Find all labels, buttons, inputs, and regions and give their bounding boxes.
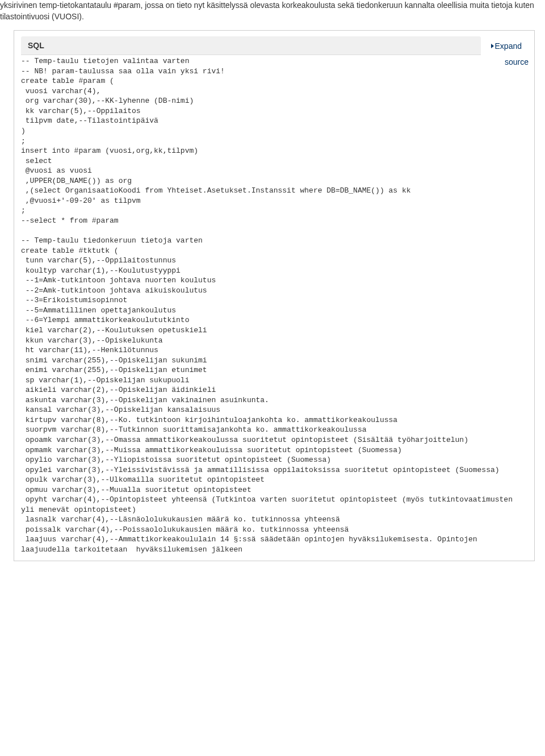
chevron-right-icon xyxy=(491,44,494,48)
sql-code-block: -- Temp-taulu tietojen valintaa varten -… xyxy=(14,55,534,560)
expand-button[interactable]: Expand xyxy=(481,37,527,55)
code-panel: SQL Expand source -- Temp-taulu tietojen… xyxy=(14,30,535,561)
source-label[interactable]: source xyxy=(505,55,534,66)
code-header: SQL xyxy=(21,36,481,55)
expand-label: Expand xyxy=(495,41,522,51)
intro-text: yksirivinen temp-tietokantataulu #param,… xyxy=(0,0,545,27)
